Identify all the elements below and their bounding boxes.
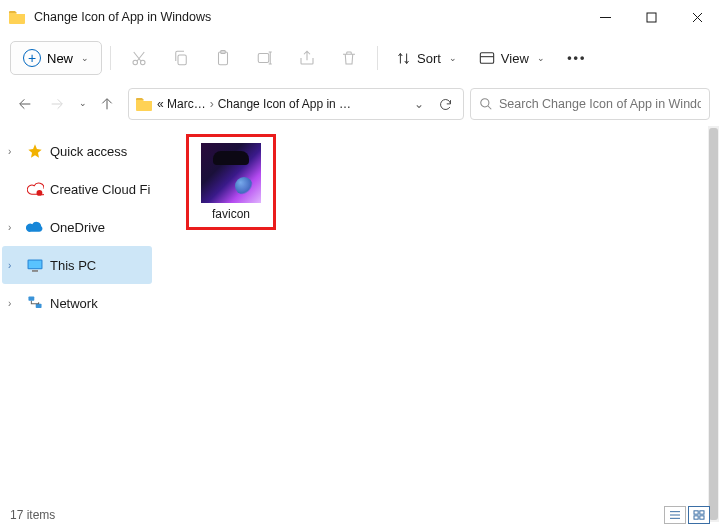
this-pc-icon <box>26 256 44 274</box>
separator <box>110 46 111 70</box>
search-icon <box>479 97 493 111</box>
sort-button[interactable]: Sort <box>386 40 467 76</box>
sidebar-item-network[interactable]: › Network <box>2 284 152 322</box>
chevron-down-icon[interactable]: ⌄ <box>408 97 430 111</box>
delete-icon[interactable] <box>329 40 369 76</box>
svg-rect-0 <box>647 13 656 22</box>
sidebar-item-label: Quick access <box>50 144 127 159</box>
breadcrumb-seg[interactable]: Change Icon of App in … <box>218 97 404 111</box>
svg-rect-15 <box>694 511 698 514</box>
details-view-toggle[interactable] <box>664 506 686 524</box>
view-icon <box>479 51 495 65</box>
icons-view-toggle[interactable] <box>688 506 710 524</box>
chevron-right-icon: › <box>8 146 20 157</box>
separator <box>377 46 378 70</box>
svg-rect-18 <box>700 516 704 519</box>
rename-icon[interactable] <box>245 40 285 76</box>
minimize-button[interactable] <box>582 0 628 34</box>
plus-circle-icon: + <box>23 49 41 67</box>
breadcrumb-seg[interactable]: « Marc… <box>157 97 206 111</box>
maximize-button[interactable] <box>628 0 674 34</box>
content-area[interactable]: favicon <box>156 126 720 502</box>
network-icon <box>26 294 44 312</box>
new-button-label: New <box>47 51 73 66</box>
forward-button[interactable] <box>42 89 72 119</box>
more-button[interactable]: ••• <box>557 40 597 76</box>
sidebar-item-label: Creative Cloud Fi <box>50 182 150 197</box>
chevron-down-icon <box>79 51 89 66</box>
chevron-right-icon: › <box>210 97 214 111</box>
status-bar: 17 items <box>0 502 720 528</box>
paste-icon[interactable] <box>203 40 243 76</box>
svg-rect-17 <box>694 516 698 519</box>
nav-row: « Marc… › Change Icon of App in … ⌄ <box>0 82 720 126</box>
share-icon[interactable] <box>287 40 327 76</box>
sidebar-item-label: Network <box>50 296 98 311</box>
svg-point-2 <box>141 60 146 65</box>
star-icon <box>26 142 44 160</box>
refresh-button[interactable] <box>434 97 457 112</box>
window-folder-icon <box>8 8 26 26</box>
window-title: Change Icon of App in Windows <box>34 10 211 24</box>
back-button[interactable] <box>10 89 40 119</box>
sidebar-item-creative-cloud[interactable]: Creative Cloud Fi <box>2 170 152 208</box>
svg-point-1 <box>133 60 138 65</box>
svg-rect-13 <box>28 296 34 300</box>
scrollbar[interactable] <box>708 126 719 522</box>
view-toggles <box>664 506 710 524</box>
chevron-right-icon: › <box>8 222 20 233</box>
scrollbar-thumb[interactable] <box>709 128 718 520</box>
view-button[interactable]: View <box>469 40 555 76</box>
item-count: 17 items <box>10 508 55 522</box>
svg-rect-12 <box>32 270 38 272</box>
sidebar-item-this-pc[interactable]: › This PC <box>2 246 152 284</box>
file-name: favicon <box>212 207 250 221</box>
file-tile[interactable]: favicon <box>186 134 276 230</box>
body: › Quick access Creative Cloud Fi › OneDr… <box>0 126 720 502</box>
sidebar: › Quick access Creative Cloud Fi › OneDr… <box>0 126 156 502</box>
sort-icon <box>396 51 411 66</box>
chevron-down-icon <box>77 97 87 111</box>
svg-rect-11 <box>29 260 42 268</box>
nav-arrows <box>10 89 122 119</box>
recent-dropdown[interactable] <box>74 89 90 119</box>
window-controls <box>582 0 720 34</box>
close-button[interactable] <box>674 0 720 34</box>
folder-icon <box>135 96 153 112</box>
sidebar-item-quick-access[interactable]: › Quick access <box>2 132 152 170</box>
svg-point-9 <box>36 190 42 196</box>
sidebar-item-label: This PC <box>50 258 96 273</box>
svg-rect-6 <box>258 54 269 63</box>
address-bar[interactable]: « Marc… › Change Icon of App in … ⌄ <box>128 88 464 120</box>
creative-cloud-icon <box>26 180 44 198</box>
chevron-right-icon: › <box>8 260 20 271</box>
copy-icon[interactable] <box>161 40 201 76</box>
svg-rect-16 <box>700 511 704 514</box>
titlebar: Change Icon of App in Windows <box>0 0 720 34</box>
new-button[interactable]: + New <box>10 41 102 75</box>
search-box[interactable] <box>470 88 710 120</box>
chevron-down-icon <box>447 51 457 66</box>
svg-point-8 <box>481 99 489 107</box>
search-input[interactable] <box>499 97 701 111</box>
sidebar-item-label: OneDrive <box>50 220 105 235</box>
chevron-right-icon: › <box>8 298 20 309</box>
up-button[interactable] <box>92 89 122 119</box>
cut-icon[interactable] <box>119 40 159 76</box>
sort-label: Sort <box>417 51 441 66</box>
toolbar: + New Sort View ••• <box>0 34 720 82</box>
file-thumbnail <box>201 143 261 203</box>
cloud-icon <box>26 218 44 236</box>
sidebar-item-onedrive[interactable]: › OneDrive <box>2 208 152 246</box>
svg-rect-3 <box>178 55 186 65</box>
svg-rect-14 <box>36 304 42 308</box>
chevron-down-icon <box>535 51 545 66</box>
view-label: View <box>501 51 529 66</box>
svg-rect-7 <box>480 53 493 64</box>
